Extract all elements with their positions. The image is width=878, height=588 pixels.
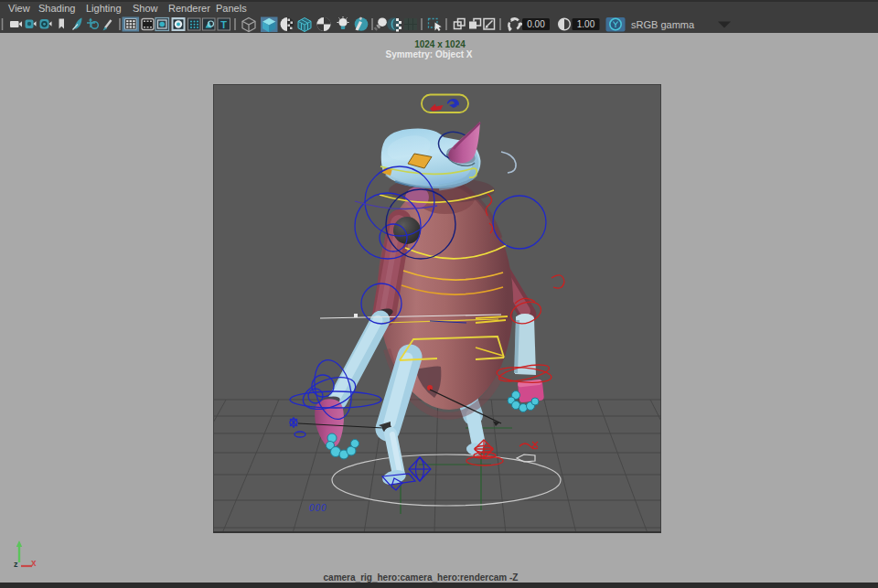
svg-text:0.00: 0.00: [527, 19, 545, 29]
svg-text:1.00: 1.00: [577, 19, 595, 29]
svg-text:x: x: [31, 558, 37, 568]
svg-text:z: z: [14, 560, 18, 569]
svg-text:000: 000: [309, 503, 327, 513]
svg-text:T: T: [220, 19, 227, 30]
svg-text:sRGB gamma: sRGB gamma: [631, 19, 695, 30]
